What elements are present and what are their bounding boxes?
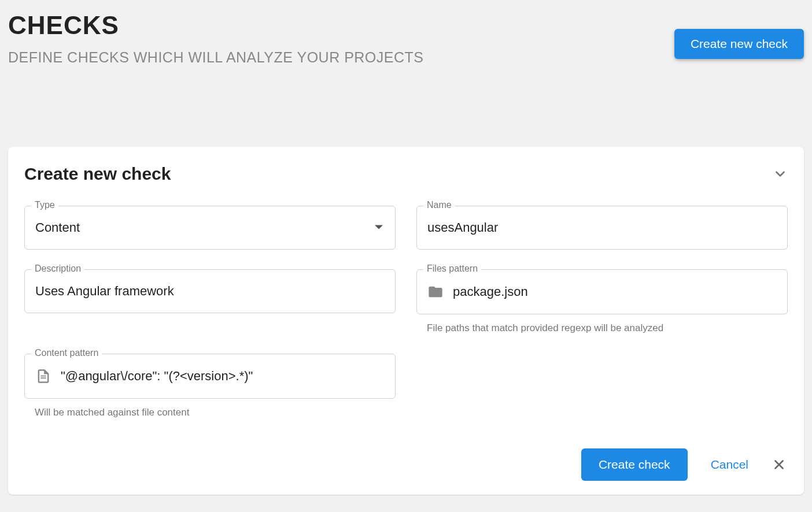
description-field: Description <box>24 269 396 334</box>
content-pattern-input[interactable] <box>61 369 385 384</box>
collapse-icon[interactable] <box>773 166 788 181</box>
files-pattern-input[interactable] <box>453 284 777 299</box>
description-input[interactable] <box>35 284 385 299</box>
page-subtitle: DEFINE CHECKS WHICH WILL ANALYZE YOUR PR… <box>8 49 674 66</box>
content-pattern-field: Content pattern Will be matched against … <box>24 354 396 418</box>
dropdown-arrow-icon <box>375 225 383 229</box>
name-input[interactable] <box>427 220 777 235</box>
folder-icon <box>427 284 444 300</box>
type-field[interactable]: Type Content <box>24 206 396 250</box>
type-label: Type <box>31 200 58 210</box>
file-icon <box>35 368 51 384</box>
cancel-button[interactable]: Cancel <box>708 453 751 476</box>
create-check-button[interactable]: Create check <box>581 448 688 481</box>
page-title: CHECKS <box>8 10 674 41</box>
files-pattern-label: Files pattern <box>423 264 481 274</box>
content-pattern-hint: Will be matched against file content <box>24 407 396 418</box>
name-label: Name <box>423 200 455 210</box>
create-check-card: Create new check Type Content Name <box>8 147 804 495</box>
type-value: Content <box>35 220 80 235</box>
card-title: Create new check <box>24 164 171 184</box>
close-icon[interactable] <box>772 457 787 472</box>
content-pattern-label: Content pattern <box>31 348 102 358</box>
create-new-check-button[interactable]: Create new check <box>674 29 804 59</box>
files-pattern-field: Files pattern File paths that match prov… <box>416 269 788 334</box>
description-label: Description <box>31 264 84 274</box>
name-field: Name <box>416 206 788 250</box>
files-pattern-hint: File paths that match provided regexp wi… <box>416 322 788 334</box>
